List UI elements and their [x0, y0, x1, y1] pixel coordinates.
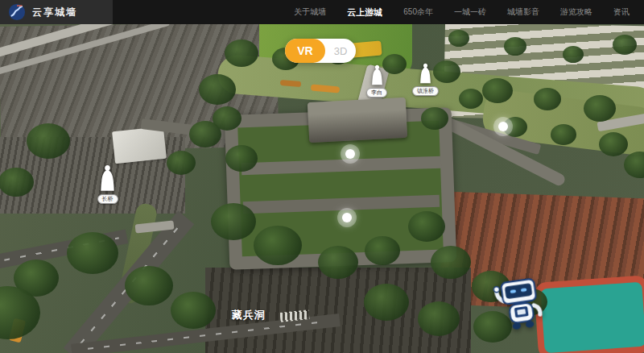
- tree-canopy: [534, 88, 561, 110]
- site-title: 云享城墙: [32, 6, 77, 19]
- tree-canopy: [213, 106, 242, 131]
- tree-canopy: [408, 211, 445, 242]
- sports-court: [534, 275, 644, 353]
- tree-canopy: [504, 37, 526, 56]
- nav-item-one-city-one-brick[interactable]: 一城一砖: [454, 6, 486, 18]
- robot-icon: [492, 274, 549, 338]
- nav-item-cloud-tour[interactable]: 云上游城: [347, 6, 382, 19]
- tree-canopy: [418, 301, 460, 336]
- tree-canopy: [125, 266, 173, 305]
- tree-canopy: [211, 203, 256, 240]
- hotspot-dot[interactable]: [498, 122, 508, 131]
- top-nav-bar: 云享城墙 关于城墙 云上游城 650余年 一城一砖 城墙影音 游览攻略 资讯: [0, 0, 644, 24]
- tree-canopy: [551, 124, 576, 145]
- tree-canopy: [613, 35, 637, 55]
- tree-canopy: [67, 232, 118, 274]
- hotspot-dot[interactable]: [342, 213, 352, 222]
- poi-marker-libai[interactable]: 李白: [366, 64, 387, 98]
- tree-canopy: [459, 89, 483, 109]
- tree-canopy: [365, 236, 400, 265]
- tree-canopy: [421, 107, 448, 130]
- tree-canopy: [599, 132, 628, 156]
- aerial-panorama-viewport[interactable]: VR 3D 李白 镇淮桥 长桥 藏兵洞: [0, 24, 644, 353]
- castle-gatehouse: [308, 98, 407, 143]
- poi-marker-changqiao[interactable]: 长桥: [97, 164, 118, 204]
- tree-canopy: [364, 284, 409, 321]
- nav-item-wall-media[interactable]: 城墙影音: [507, 6, 539, 18]
- poi-marker-zhenhuaiqiao[interactable]: 镇淮桥: [412, 63, 439, 96]
- tree-canopy: [254, 226, 302, 265]
- view-mode-toggle: VR 3D: [285, 39, 356, 63]
- white-building: [112, 127, 167, 164]
- poi-label: 李白: [366, 88, 387, 98]
- poi-label: 镇淮桥: [412, 86, 439, 96]
- tree-canopy: [225, 145, 258, 172]
- statue-marker-icon: [417, 63, 434, 85]
- 3d-mode-button[interactable]: 3D: [325, 45, 356, 57]
- statue-marker-icon: [369, 64, 386, 86]
- tree-canopy: [624, 152, 644, 178]
- tree-canopy: [563, 46, 584, 63]
- nav-item-news[interactable]: 资讯: [613, 6, 630, 18]
- tree-canopy: [167, 151, 196, 175]
- city-wall-logo-icon: [8, 3, 26, 21]
- robot-guide-mascot[interactable]: [492, 274, 550, 342]
- place-label-cangbingdong: 藏兵洞: [232, 308, 266, 322]
- vr-mode-button[interactable]: VR: [285, 39, 325, 63]
- tree-canopy: [482, 78, 513, 103]
- statue-marker-icon: [97, 164, 118, 193]
- tree-canopy: [225, 39, 258, 67]
- nav-item-650-years[interactable]: 650余年: [403, 6, 433, 18]
- logo[interactable]: 云享城墙: [0, 0, 113, 24]
- tree-canopy: [0, 168, 34, 197]
- tree-canopy: [27, 123, 70, 159]
- tree-canopy: [171, 292, 216, 329]
- hotspot-dot[interactable]: [345, 149, 355, 159]
- tree-canopy: [448, 30, 469, 47]
- nav-item-visit-guide[interactable]: 游览攻略: [560, 6, 592, 18]
- tree-canopy: [584, 95, 616, 122]
- tree-canopy: [431, 246, 471, 279]
- poi-label: 长桥: [97, 194, 118, 204]
- nav-item-about-wall[interactable]: 关于城墙: [294, 6, 326, 18]
- tree-canopy: [199, 74, 236, 105]
- tree-canopy: [318, 246, 358, 279]
- main-nav: 关于城墙 云上游城 650余年 一城一砖 城墙影音 游览攻略 资讯: [294, 6, 630, 19]
